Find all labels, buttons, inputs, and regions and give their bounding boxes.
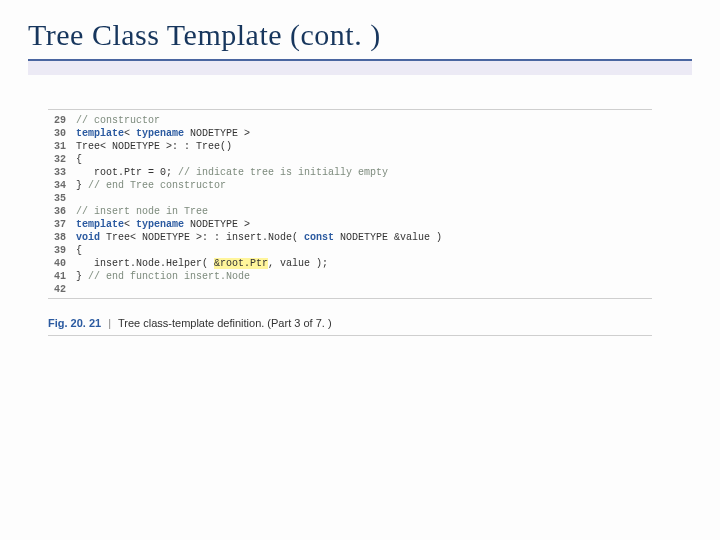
code-text: template< typename NODETYPE > [76,218,652,231]
line-number: 42 [48,283,76,296]
code-line: 41} // end function insert.Node [48,270,652,283]
code-text: Tree< NODETYPE >: : Tree() [76,140,652,153]
code-line: 40 insert.Node.Helper( &root.Ptr, value … [48,257,652,270]
code-text: { [76,153,652,166]
code-line: 30template< typename NODETYPE > [48,127,652,140]
code-line: 36// insert node in Tree [48,205,652,218]
title-bar [28,61,692,75]
code-line: 29// constructor [48,114,652,127]
code-line: 35 [48,192,652,205]
code-line: 42 [48,283,652,296]
code-text: void Tree< NODETYPE >: : insert.Node( co… [76,231,652,244]
code-line: 34} // end Tree constructor [48,179,652,192]
line-number: 39 [48,244,76,257]
line-number: 40 [48,257,76,270]
code-text: } // end function insert.Node [76,270,652,283]
line-number: 37 [48,218,76,231]
code-line: 39{ [48,244,652,257]
code-text: { [76,244,652,257]
line-number: 34 [48,179,76,192]
line-number: 33 [48,166,76,179]
line-number: 32 [48,153,76,166]
code-text: template< typename NODETYPE > [76,127,652,140]
caption-separator: | [108,317,111,329]
line-number: 30 [48,127,76,140]
code-text: root.Ptr = 0; // indicate tree is initia… [76,166,652,179]
code-listing: 29// constructor30template< typename NOD… [48,109,652,299]
code-line: 31Tree< NODETYPE >: : Tree() [48,140,652,153]
code-text: // constructor [76,114,652,127]
line-number: 29 [48,114,76,127]
line-number: 35 [48,192,76,205]
code-text [76,192,652,205]
code-line: 37template< typename NODETYPE > [48,218,652,231]
code-line: 33 root.Ptr = 0; // indicate tree is ini… [48,166,652,179]
code-text: insert.Node.Helper( &root.Ptr, value ); [76,257,652,270]
line-number: 38 [48,231,76,244]
code-text: // insert node in Tree [76,205,652,218]
slide: Tree Class Template (cont. ) 29// constr… [0,0,720,540]
line-number: 41 [48,270,76,283]
caption-rule [48,335,652,336]
slide-title: Tree Class Template (cont. ) [28,18,692,57]
figure-caption: Fig. 20. 21 | Tree class-template defini… [48,311,652,336]
code-text [76,283,652,296]
line-number: 31 [48,140,76,153]
code-line: 32{ [48,153,652,166]
figure-number: Fig. 20. 21 [48,317,101,329]
line-number: 36 [48,205,76,218]
code-line: 38void Tree< NODETYPE >: : insert.Node( … [48,231,652,244]
caption-text: Tree class-template definition. (Part 3 … [118,317,332,329]
code-text: } // end Tree constructor [76,179,652,192]
